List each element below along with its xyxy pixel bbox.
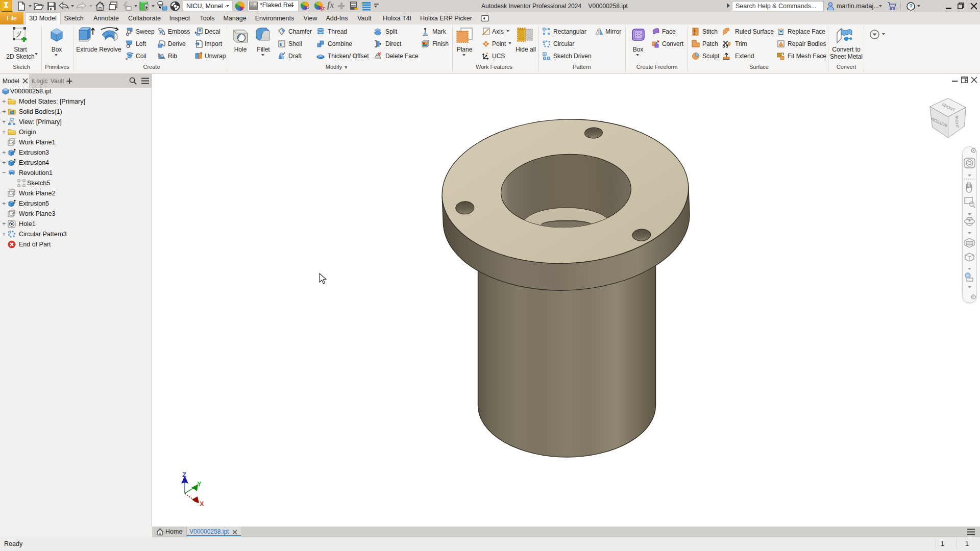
svg-text:X: X bbox=[200, 500, 204, 508]
svg-text:Z: Z bbox=[182, 471, 186, 479]
svg-text:?: ? bbox=[909, 3, 913, 9]
svg-text:Y: Y bbox=[197, 480, 202, 488]
svg-text:RIGHT: RIGHT bbox=[954, 115, 960, 129]
